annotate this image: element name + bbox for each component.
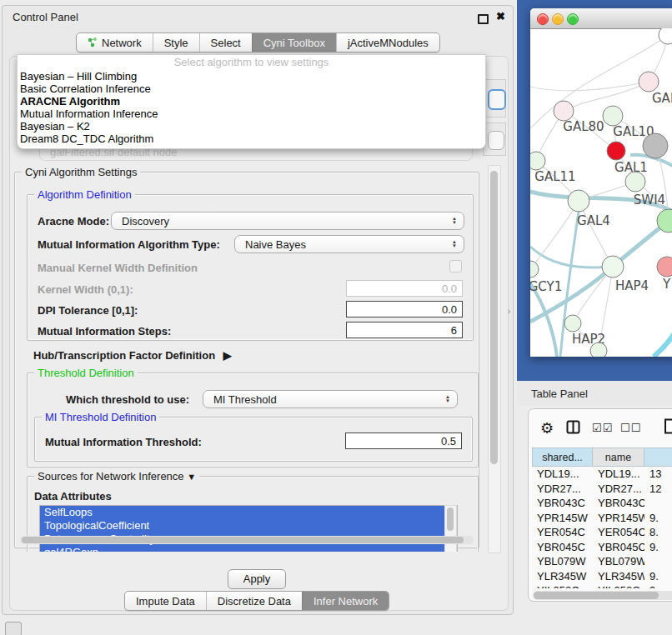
tab-jactivemnodules[interactable]: jActiveMNodules xyxy=(336,33,439,52)
document-icon[interactable] xyxy=(664,418,672,434)
algorithm-option[interactable]: Dream8 DC_TDC Algorithm xyxy=(18,132,485,145)
data-attributes-list[interactable]: SelfLoopsTopologicalCoefficientBetweenne… xyxy=(39,505,458,552)
network-node-gal80[interactable] xyxy=(554,101,574,121)
network-window-titlebar[interactable] xyxy=(530,8,672,29)
network-edge xyxy=(654,328,672,357)
network-node[interactable] xyxy=(590,342,607,357)
table-row[interactable]: YER054CYER054C8. xyxy=(532,525,672,540)
network-node-hap4[interactable] xyxy=(602,256,624,278)
dpi-tolerance-label: DPI Tolerance [0,1]: xyxy=(38,304,138,317)
table-row[interactable]: YDR27...YDR27...12 xyxy=(532,482,672,497)
close-traffic-light-icon[interactable] xyxy=(537,13,549,25)
table-row[interactable]: YBR043CYBR043C xyxy=(532,496,672,511)
network-node-gal1[interactable] xyxy=(607,142,625,160)
table-row[interactable]: YBR045CYBR045C9. xyxy=(532,540,672,555)
deselect-all-unchecked-icon[interactable]: ☐☐ xyxy=(620,422,641,434)
network-node-gal4[interactable] xyxy=(568,190,589,212)
algorithm-option[interactable]: Mutual Information Inference xyxy=(18,108,485,120)
bottom-tab-impute-data[interactable]: Impute Data xyxy=(125,592,206,610)
column-header-name[interactable]: name xyxy=(593,448,644,467)
tab-label: Infer Network xyxy=(313,595,378,608)
hub-tf-expander[interactable]: Hub/Transcription Factor Definition ▶ xyxy=(33,349,232,362)
mi-threshold-field[interactable]: 0.5 xyxy=(345,432,462,449)
table-cell: YDR27... xyxy=(532,482,593,497)
column-header-cut[interactable] xyxy=(644,448,672,467)
tab-label: Impute Data xyxy=(136,595,195,608)
which-threshold-combo[interactable]: MI Threshold ▲▼ xyxy=(203,390,458,408)
dpi-tolerance-field[interactable]: 0.0 xyxy=(346,301,463,318)
mi-type-combo[interactable]: Naive Bayes ▲▼ xyxy=(234,235,464,253)
network-node-gal10[interactable] xyxy=(603,106,623,126)
manual-kernel-checkbox[interactable] xyxy=(449,260,462,272)
table-panel-window: ⚙ ☑☑ ☐☐ shared...name YDL19...YDL19...13… xyxy=(528,408,672,602)
hub-tf-label: Hub/Transcription Factor Definition xyxy=(33,349,215,362)
network-canvas[interactable]: GALGAL80GAL10GAL1GAL11SWI4GAL4GCY1HAP4YH… xyxy=(530,28,672,357)
collapse-down-triangle-icon[interactable]: ▼ xyxy=(187,472,196,482)
tab-label: jActiveMNodules xyxy=(348,37,429,49)
network-node-swi4[interactable] xyxy=(625,172,645,192)
network-node-gal11[interactable] xyxy=(530,152,545,170)
attribute-list-item[interactable]: TopologicalCoefficient xyxy=(40,519,457,532)
settings-vscrollbar[interactable] xyxy=(488,165,501,553)
table-panel-strip: Table Panel xyxy=(517,381,672,406)
table-hscrollbar[interactable] xyxy=(533,591,672,600)
table-header-row[interactable]: shared...name xyxy=(532,448,672,467)
attribute-list-vscrollbar[interactable] xyxy=(444,505,457,552)
column-header-shared...[interactable]: shared... xyxy=(532,448,593,467)
table-row[interactable]: YPR145WYPR145W9. xyxy=(532,511,672,526)
bottom-tab-infer-network[interactable]: Infer Network xyxy=(302,592,389,610)
table-cell: 12 xyxy=(644,482,672,497)
table-row[interactable]: YBL079WYBL079W xyxy=(532,554,672,569)
table-cell: YER054C xyxy=(593,525,644,540)
table-cell: 9. xyxy=(644,569,672,584)
table-cell: YPR145W xyxy=(532,511,593,526)
attribute-list-item[interactable]: SelfLoops xyxy=(40,506,457,519)
split-pane-handle-icon[interactable]: › xyxy=(508,307,510,316)
control-panel-tabbar: NetworkStyleSelectCyni ToolboxjActiveMNo… xyxy=(76,32,440,52)
close-icon[interactable]: ✖ xyxy=(496,10,505,22)
aracne-mode-combo[interactable]: Discovery ▲▼ xyxy=(111,212,464,230)
algorithm-definition-group: Algorithm Definition Aracne Mode: Discov… xyxy=(27,194,474,341)
network-node-y[interactable] xyxy=(657,257,672,277)
hidden-combo-box-top xyxy=(483,79,506,118)
tab-network[interactable]: Network xyxy=(77,33,153,52)
table-row[interactable]: YDL19...YDL19...13 xyxy=(532,467,672,482)
network-edge xyxy=(530,267,613,322)
tab-label: Select xyxy=(211,37,241,49)
algorithm-option[interactable]: ARACNE Algorithm xyxy=(18,95,485,108)
control-panel-window: Control Panel ✖ NetworkStyleSelectCyni T… xyxy=(2,5,514,615)
select-all-checked-icon[interactable]: ☑☑ xyxy=(592,422,613,434)
table-cell: YBR045C xyxy=(532,540,593,555)
split-columns-icon[interactable] xyxy=(566,420,580,434)
attribute-list-item[interactable]: gal4RGexp xyxy=(40,546,457,552)
tab-cyni-toolbox[interactable]: Cyni Toolbox xyxy=(252,33,336,52)
algorithm-definition-title: Algorithm Definition xyxy=(34,188,135,201)
table-row[interactable]: YIL052CYIL052C9 xyxy=(532,583,672,588)
float-window-icon[interactable] xyxy=(478,14,489,24)
network-node-gcy1[interactable] xyxy=(530,261,539,278)
stepper-arrows-icon: ▲▼ xyxy=(445,395,450,403)
mi-steps-field[interactable]: 6 xyxy=(346,322,463,338)
sources-title-text: Sources for Network Inference xyxy=(38,470,184,482)
settings-group: Cyni Algorithm Settings Algorithm Defini… xyxy=(14,172,479,548)
network-node-gal[interactable] xyxy=(639,72,659,92)
tab-style[interactable]: Style xyxy=(153,33,199,52)
kernel-width-field[interactable]: 0.0 xyxy=(346,280,463,297)
table-row[interactable]: YLR345WYLR345W9. xyxy=(532,569,672,584)
expand-right-triangle-icon[interactable]: ▶ xyxy=(223,349,232,362)
zoom-traffic-light-icon[interactable] xyxy=(567,13,579,25)
apply-button[interactable]: Apply xyxy=(228,569,286,589)
network-node[interactable] xyxy=(643,133,668,158)
collapsed-panel-button[interactable] xyxy=(5,622,22,635)
tab-select[interactable]: Select xyxy=(199,33,252,52)
network-node-hap2[interactable] xyxy=(564,315,581,332)
minimize-traffic-light-icon[interactable] xyxy=(552,13,564,25)
network-node[interactable] xyxy=(659,28,672,44)
table-cell: YBR045C xyxy=(593,540,644,555)
settings-hscrollbar[interactable] xyxy=(20,536,474,544)
algorithm-option[interactable]: Bayesian – K2 xyxy=(18,120,485,132)
algorithm-option[interactable]: Bayesian – Hill Climbing xyxy=(18,70,485,82)
algorithm-option[interactable]: Basic Correlation Inference xyxy=(18,82,485,95)
gear-icon[interactable]: ⚙ xyxy=(540,419,554,438)
bottom-tab-discretize-data[interactable]: Discretize Data xyxy=(206,592,302,610)
